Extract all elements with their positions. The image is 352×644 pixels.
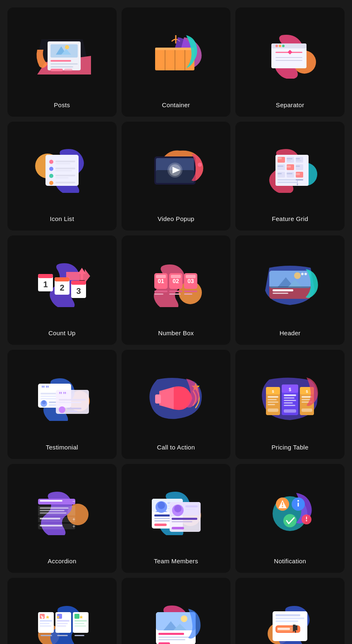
svg-rect-162 (40, 507, 69, 509)
svg-point-25 (282, 45, 285, 47)
svg-rect-231 (158, 633, 184, 635)
svg-rect-135 (268, 396, 278, 398)
svg-rect-242 (278, 628, 290, 630)
svg-rect-225 (74, 635, 84, 636)
svg-rect-61 (287, 166, 291, 168)
svg-rect-38 (55, 182, 75, 183)
svg-text:": " (59, 391, 62, 399)
card-video-popup[interactable]: Video Popup (122, 122, 231, 231)
svg-rect-63 (278, 172, 285, 178)
svg-point-46 (198, 163, 202, 167)
testimonial-label: Testimonial (46, 444, 78, 451)
svg-rect-59 (296, 164, 303, 170)
svg-rect-35 (55, 175, 75, 176)
card-icon-list[interactable]: Icon List (7, 122, 117, 231)
svg-point-175 (158, 502, 165, 509)
svg-point-198 (297, 500, 299, 502)
svg-rect-100 (184, 293, 192, 295)
card-count-up[interactable]: 1 2 3 Count Up (7, 235, 117, 345)
card-notification[interactable]: Notification (235, 464, 345, 573)
svg-rect-93 (171, 275, 181, 278)
svg-text:03: 03 (188, 278, 194, 284)
svg-rect-22 (275, 60, 302, 61)
card-team-members[interactable]: Team Members (122, 464, 231, 573)
svg-rect-169 (40, 525, 62, 526)
svg-point-109 (301, 273, 304, 275)
count-up-label: Count Up (48, 329, 76, 336)
svg-point-127 (59, 406, 65, 413)
notification-icon (240, 471, 340, 555)
svg-rect-56 (296, 160, 302, 161)
card-card[interactable]: Card (122, 578, 231, 644)
svg-rect-8 (50, 69, 63, 71)
card-container[interactable]: Container (122, 7, 231, 117)
svg-rect-7 (50, 66, 73, 67)
card-pricing-table[interactable]: $ $ $ (235, 350, 345, 459)
svg-text:−: − (72, 498, 75, 504)
svg-rect-202 (306, 517, 307, 519)
svg-rect-75 (38, 274, 53, 278)
svg-rect-209 (40, 625, 51, 627)
team-members-icon (127, 471, 226, 555)
svg-rect-98 (154, 293, 163, 295)
svg-rect-189 (172, 518, 197, 520)
header-label: Header (280, 329, 301, 336)
svg-point-34 (49, 174, 53, 178)
separator-icon (240, 14, 340, 98)
card-header[interactable]: Header (235, 235, 345, 345)
number-box-icon: 01 02 03 (127, 242, 226, 326)
svg-rect-54 (296, 158, 300, 159)
svg-rect-159 (40, 500, 62, 502)
svg-rect-32 (55, 168, 75, 169)
container-label: Container (162, 101, 190, 108)
widget-grid: Posts Container (4, 4, 348, 644)
svg-rect-164 (40, 512, 67, 514)
card-feature[interactable]: Feature (7, 578, 117, 644)
svg-rect-239 (275, 620, 298, 622)
svg-rect-81 (71, 281, 86, 285)
separator-label: Separator (276, 101, 304, 108)
svg-rect-144 (284, 397, 295, 399)
svg-rect-218 (74, 614, 79, 619)
svg-rect-97 (184, 291, 197, 292)
number-box-label: Number Box (158, 329, 194, 336)
svg-rect-64 (287, 172, 294, 178)
card-feature-grid[interactable]: Feature Grid (235, 122, 345, 231)
card-call-to-action[interactable]: Call to Action (122, 350, 231, 459)
svg-text:": " (45, 384, 49, 393)
svg-rect-191 (172, 527, 184, 529)
svg-rect-52 (296, 157, 303, 163)
svg-rect-108 (273, 293, 288, 294)
svg-rect-70 (278, 182, 297, 183)
svg-point-4 (65, 45, 69, 49)
svg-text:1: 1 (43, 280, 48, 289)
card-testimonial[interactable]: " " " " (7, 350, 117, 459)
card-separator[interactable]: Separator (235, 7, 345, 117)
card-accordion[interactable]: − + + Accordion (7, 464, 117, 573)
svg-text:2: 2 (60, 283, 64, 292)
svg-rect-234 (158, 642, 170, 644)
svg-rect-30 (55, 163, 70, 164)
svg-rect-219 (74, 620, 87, 622)
testimonial-icon: " " " " (12, 356, 112, 440)
card-posts[interactable]: Posts (7, 7, 117, 117)
svg-rect-126 (59, 402, 81, 403)
posts-icon (12, 14, 112, 98)
svg-text:": " (41, 384, 45, 393)
icon-list-icon (12, 128, 112, 212)
svg-rect-96 (169, 291, 182, 292)
svg-text:02: 02 (173, 278, 180, 284)
svg-rect-232 (158, 637, 191, 638)
video-popup-icon (127, 128, 226, 212)
card-button[interactable]: Button (235, 578, 345, 644)
header-icon (240, 242, 340, 326)
svg-point-203 (306, 520, 307, 521)
svg-point-186 (174, 505, 182, 512)
svg-rect-92 (156, 275, 166, 278)
card-number-box[interactable]: 01 02 03 Number Box (122, 235, 231, 345)
posts-label: Posts (54, 101, 70, 108)
svg-text:": " (63, 391, 67, 399)
svg-rect-9 (64, 69, 72, 71)
feature-icon (12, 584, 112, 644)
svg-point-105 (294, 272, 301, 279)
